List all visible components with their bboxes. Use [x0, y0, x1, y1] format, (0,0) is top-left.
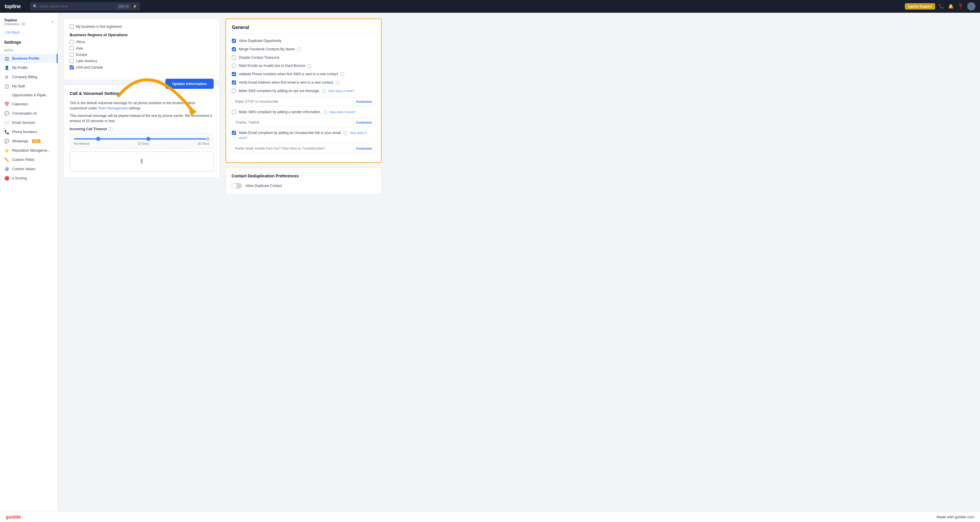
slider-label-no-timeout: No timeout: [74, 142, 89, 145]
europe-checkbox[interactable]: [70, 53, 74, 57]
sidebar-item-calendars[interactable]: 📅 Calendars: [0, 99, 57, 109]
africa-checkbox[interactable]: [70, 40, 74, 44]
search-input[interactable]: [40, 4, 115, 8]
search-bar[interactable]: 🔍 Ctrl + K ⚡: [30, 2, 140, 11]
verify-email-checkbox[interactable]: [232, 80, 236, 85]
merge-facebook-info-icon[interactable]: i: [297, 48, 301, 51]
apps-section-label: Apps: [0, 48, 57, 54]
voicemail-desc-2: This voicemail message will be played in…: [70, 113, 214, 124]
disable-contact-tz-checkbox[interactable]: [232, 56, 236, 60]
business-icon: 🏢: [4, 56, 9, 61]
mark-emails-row: Mark Emails as Invalid due to Hard Bounc…: [232, 63, 375, 68]
reputation-icon: ⭐: [4, 148, 9, 153]
sidebar-item-custom-fields[interactable]: ✏️ Custom Fields: [0, 155, 57, 164]
sms-sender-how-link[interactable]: How does it work?: [329, 110, 356, 114]
email-unsubscribe-checkbox[interactable]: [232, 131, 236, 135]
sidebar-item-opportunities[interactable]: Opportunities & Pipeli...: [0, 91, 57, 99]
sidebar-item-company-billing[interactable]: ⊞ Company Billing: [0, 72, 57, 81]
allow-duplicate-contact-toggle[interactable]: [232, 183, 242, 189]
sidebar-item-label: Business Profile: [12, 56, 39, 61]
region-europe[interactable]: Europe: [70, 53, 214, 57]
slider-thumb-center[interactable]: [146, 137, 150, 141]
validate-phone-info-icon[interactable]: i: [340, 72, 344, 77]
sidebar-item-whatsapp[interactable]: 💬 WhatsApp beta: [0, 137, 57, 146]
ai-icon: 💬: [4, 111, 9, 116]
sidebar: Topline Charleston, SC ▾ ‹ Go Back Setti…: [0, 13, 58, 261]
sidebar-item-reputation[interactable]: ⭐ Reputation Manageme...: [0, 146, 57, 155]
staff-icon: 📋: [4, 84, 9, 89]
region-africa[interactable]: Africa: [70, 40, 214, 44]
merge-facebook-label: Merge Facebook Contacts By Name i: [239, 47, 375, 52]
asia-checkbox[interactable]: [70, 46, 74, 50]
sms-opt-out-input[interactable]: [232, 99, 353, 104]
sidebar-item-label: e Scoring: [12, 176, 27, 180]
billing-icon: ⊞: [4, 75, 9, 79]
not-registered-row[interactable]: My business is Not registered: [70, 25, 214, 29]
slider-thumb-right[interactable]: [206, 137, 210, 141]
validate-phone-checkbox[interactable]: [232, 72, 236, 76]
sidebar-item-my-staff[interactable]: 📋 My Staff: [0, 81, 57, 91]
usa-canada-checkbox[interactable]: [70, 65, 74, 69]
update-information-button[interactable]: Update Information: [165, 79, 214, 89]
verify-email-info-icon[interactable]: i: [336, 81, 340, 85]
merge-facebook-checkbox[interactable]: [232, 47, 236, 51]
timeout-label: Incoming Call Timeout i: [70, 127, 214, 131]
disable-contact-tz-label: Disable Contact Timezone: [239, 55, 375, 60]
verify-email-row: Verify Email Address when first email is…: [232, 80, 375, 85]
timeout-info-icon[interactable]: i: [108, 127, 113, 131]
dedup-card: Contact Deduplication Preferences Allow …: [226, 168, 382, 195]
sidebar-item-scoring[interactable]: 🔴 e Scoring: [0, 174, 57, 183]
sms-opt-out-how-link[interactable]: How does it work?: [328, 89, 355, 93]
region-asia[interactable]: Asia: [70, 46, 214, 50]
go-back-link[interactable]: ‹ Go Back: [0, 29, 57, 37]
sidebar-item-custom-values[interactable]: ⚙️ Custom Values: [0, 164, 57, 174]
right-panel: General Allow Duplicate Opportunity Merg…: [226, 19, 382, 195]
slider-thumb-left[interactable]: [96, 137, 100, 141]
mark-emails-info-icon[interactable]: i: [307, 64, 311, 68]
sms-opt-out-customize-button[interactable]: Customize: [353, 97, 375, 106]
sms-opt-out-checkbox[interactable]: [232, 89, 236, 93]
allow-duplicate-opp-row: Allow Duplicate Opportunity: [232, 38, 375, 43]
chevron-down-icon: ▾: [52, 20, 54, 24]
profile-icon: 👤: [4, 65, 9, 70]
sidebar-item-phone-numbers[interactable]: 📞 Phone Numbers: [0, 127, 57, 137]
sms-sender-input-row: Customize: [232, 118, 375, 127]
sidebar-item-my-profile[interactable]: 👤 My Profile: [0, 63, 57, 72]
validate-phone-label: Validate Phone numbers when first SMS is…: [239, 72, 375, 77]
mark-emails-checkbox[interactable]: [232, 64, 236, 68]
sidebar-item-business-profile[interactable]: 🏢 Business Profile: [0, 54, 57, 63]
latin-america-checkbox[interactable]: [70, 59, 74, 63]
not-registered-checkbox[interactable]: [70, 25, 74, 29]
email-unsubscribe-input-row: Customize: [232, 144, 375, 153]
custom-fields-icon: ✏️: [4, 157, 9, 162]
workspace-selector[interactable]: Topline Charleston, SC ▾: [0, 16, 57, 29]
sidebar-item-label: My Profile: [12, 66, 27, 70]
allow-duplicate-opp-checkbox[interactable]: [232, 39, 236, 43]
sms-opt-out-info-icon[interactable]: i: [322, 89, 326, 93]
sms-sender-info-icon[interactable]: i: [323, 110, 327, 114]
sidebar-item-email-services[interactable]: ✉️ Email Services: [0, 118, 57, 127]
sms-opt-out-row: Make SMS compliant by adding an opt out …: [232, 89, 375, 93]
team-management-link[interactable]: Team Management: [98, 106, 128, 110]
region-usa-canada[interactable]: USA and Canada: [70, 65, 214, 69]
sidebar-item-conversation-ai[interactable]: 💬 Conversation AI: [0, 109, 57, 118]
top-navigation: topline 🔍 Ctrl + K ⚡ topline Support 📞 🔔…: [0, 0, 490, 13]
sms-sender-checkbox[interactable]: [232, 110, 236, 114]
slider-track-wrapper[interactable]: [74, 138, 209, 139]
merge-facebook-row: Merge Facebook Contacts By Name i: [232, 47, 375, 52]
dedup-title: Contact Deduplication Preferences: [232, 174, 375, 178]
timeout-slider-container: No timeout 10 Secs 20 Secs: [70, 133, 214, 148]
general-title: General: [232, 25, 375, 34]
sms-sender-input[interactable]: [232, 120, 353, 125]
whatsapp-icon: 💬: [4, 139, 9, 144]
email-unsubscribe-input[interactable]: [232, 147, 353, 150]
email-unsubscribe-customize-button[interactable]: Customize: [353, 144, 375, 153]
sms-sender-customize-button[interactable]: Customize: [353, 118, 375, 127]
slider-track: [74, 138, 209, 139]
voicemail-desc-1: This is the default voicemail message fo…: [70, 101, 214, 111]
region-latin-america[interactable]: Latin America: [70, 59, 214, 63]
upload-area[interactable]: ⬆: [70, 151, 214, 172]
email-unsubscribe-info-icon[interactable]: i: [344, 131, 348, 136]
sidebar-item-label: Conversation AI: [12, 112, 37, 115]
sidebar-item-label: Calendars: [12, 102, 28, 106]
